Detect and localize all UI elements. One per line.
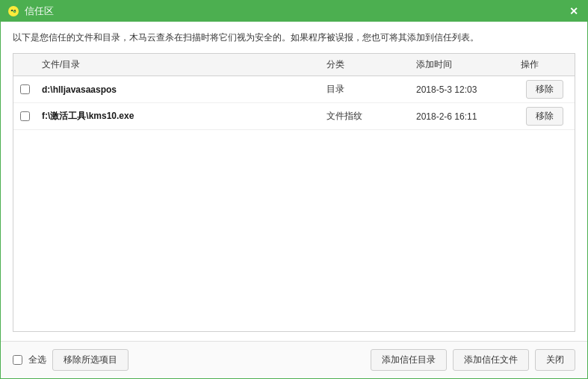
footer-close-button[interactable]: 关闭 (535, 349, 575, 371)
row1-checkbox-col (13, 84, 36, 94)
row1-filepath: d:\hlljavasaaspos (36, 84, 321, 95)
add-trust-dir-button[interactable]: 添加信任目录 (371, 349, 447, 371)
header-file: 文件/目录 (36, 58, 321, 71)
svg-point-1 (11, 10, 13, 11)
table-row: f:\激活工具\kms10.exe 文件指纹 2018-2-6 16:11 移除 (13, 103, 575, 130)
trust-table: 文件/目录 分类 添加时间 操作 d:\hlljavasaaspos 目录 20… (13, 53, 575, 332)
remove-selected-button[interactable]: 移除所选项目 (52, 349, 129, 371)
row1-remove-button[interactable]: 移除 (526, 80, 563, 99)
row1-time: 2018-5-3 12:03 (410, 84, 515, 95)
row2-checkbox-col (13, 111, 36, 121)
window-title: 信任区 (25, 4, 566, 18)
row2-action: 移除 (515, 107, 575, 126)
header-time: 添加时间 (410, 58, 515, 71)
header-type: 分类 (321, 58, 410, 71)
row2-filepath: f:\激活工具\kms10.exe (36, 110, 321, 123)
select-all-label: 全选 (28, 354, 46, 366)
row1-checkbox[interactable] (20, 84, 30, 94)
footer: 全选 移除所选项目 添加信任目录 添加信任文件 关闭 (1, 341, 587, 378)
table-row: d:\hlljavasaaspos 目录 2018-5-3 12:03 移除 (13, 76, 575, 103)
app-icon (7, 4, 20, 18)
row2-time: 2018-2-6 16:11 (410, 111, 515, 122)
svg-point-2 (14, 10, 16, 11)
close-button[interactable]: ✕ (566, 4, 581, 19)
row2-checkbox[interactable] (20, 111, 30, 121)
row2-remove-button[interactable]: 移除 (526, 107, 563, 126)
footer-left: 全选 移除所选项目 (13, 349, 371, 371)
content-area: 以下是您信任的文件和目录，木马云查杀在扫描时将它们视为安全的。如果程序被误报，您… (1, 22, 587, 341)
table-body: d:\hlljavasaaspos 目录 2018-5-3 12:03 移除 f… (13, 76, 575, 331)
header-action: 操作 (515, 58, 575, 71)
main-window: 信任区 ✕ 以下是您信任的文件和目录，木马云查杀在扫描时将它们视为安全的。如果程… (0, 0, 588, 379)
select-all-checkbox[interactable] (13, 355, 22, 365)
add-trust-file-button[interactable]: 添加信任文件 (453, 349, 529, 371)
footer-right: 添加信任目录 添加信任文件 关闭 (371, 349, 575, 371)
titlebar: 信任区 ✕ (1, 1, 587, 22)
table-header: 文件/目录 分类 添加时间 操作 (13, 54, 575, 76)
description-text: 以下是您信任的文件和目录，木马云查杀在扫描时将它们视为安全的。如果程序被误报，您… (13, 31, 575, 44)
row1-action: 移除 (515, 80, 575, 99)
row1-type: 目录 (321, 83, 410, 96)
row2-type: 文件指纹 (321, 110, 410, 123)
